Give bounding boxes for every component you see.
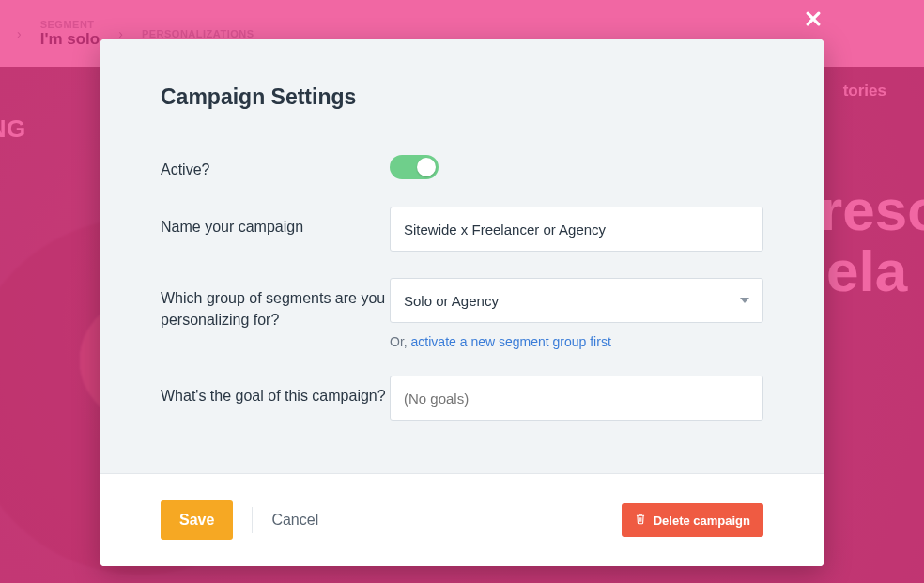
field-active: Active? [161,149,763,180]
helper-prefix: Or, [390,334,411,349]
modal-body: Campaign Settings Active? Name your camp… [100,39,824,473]
field-label-segment-group: Which group of segments are you personal… [161,278,390,330]
field-label-name: Name your campaign [161,207,390,238]
modal-footer: Save Cancel Delete campaign [100,473,824,566]
close-button[interactable] [804,9,823,28]
delete-campaign-button[interactable]: Delete campaign [622,503,763,537]
field-segment-group: Which group of segments are you personal… [161,278,763,349]
field-name: Name your campaign [161,207,763,252]
campaign-goal-input[interactable] [404,391,749,407]
active-toggle[interactable] [390,155,439,179]
segment-group-helper: Or, activate a new segment group first [390,334,763,349]
campaign-settings-modal: Campaign Settings Active? Name your camp… [100,39,824,566]
segment-group-selected: Solo or Agency [404,293,499,309]
activate-segment-group-link[interactable]: activate a new segment group first [411,334,611,349]
campaign-name-input[interactable] [404,222,749,238]
trash-icon [635,513,646,528]
cancel-button[interactable]: Cancel [271,512,318,529]
chevron-down-icon [740,298,749,303]
campaign-goal-input-wrapper [390,376,763,421]
modal-title: Campaign Settings [161,84,763,110]
campaign-name-input-wrapper [390,207,763,252]
segment-group-select[interactable]: Solo or Agency [390,278,763,323]
field-label-goal: What's the goal of this campaign? [161,376,390,407]
delete-campaign-label: Delete campaign [654,514,750,528]
save-button[interactable]: Save [161,500,233,540]
close-icon [804,9,823,28]
toggle-knob [417,158,436,176]
field-goal: What's the goal of this campaign? [161,376,763,421]
footer-divider [252,507,253,533]
field-label-active: Active? [161,149,390,180]
